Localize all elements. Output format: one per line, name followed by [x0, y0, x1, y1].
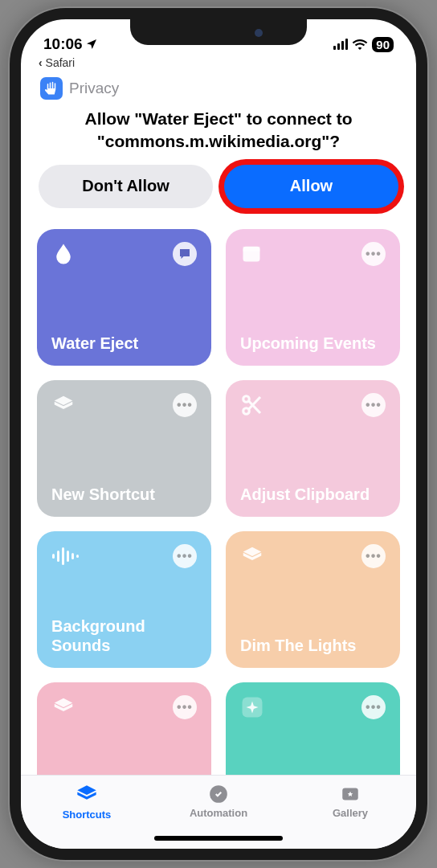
message-badge-icon[interactable] — [173, 242, 197, 266]
more-icon[interactable]: ••• — [361, 544, 386, 568]
tab-shortcuts[interactable]: Shortcuts — [21, 784, 153, 849]
svg-rect-1 — [243, 247, 260, 252]
more-icon[interactable]: ••• — [173, 695, 197, 719]
svg-rect-8 — [71, 553, 74, 559]
shortcut-tile-label: New Shortcut — [51, 485, 197, 504]
shortcut-tile-label: Dim The Lights — [240, 636, 386, 655]
shortcut-tile[interactable]: •••Background Sounds — [37, 531, 211, 668]
privacy-label: Privacy — [69, 80, 119, 97]
clock-check-icon — [208, 784, 229, 805]
calendar-icon — [240, 242, 263, 264]
shortcut-tile[interactable]: Water Eject — [37, 229, 211, 366]
shortcut-tile[interactable]: •••Dim The Lights — [226, 531, 400, 668]
more-icon[interactable]: ••• — [173, 393, 197, 417]
shortcut-tile-label: Water Eject — [51, 334, 197, 353]
layers-icon — [76, 784, 98, 806]
wifi-icon — [352, 39, 368, 50]
back-to-app[interactable]: Safari — [21, 56, 416, 69]
more-icon[interactable]: ••• — [361, 393, 386, 417]
shortcut-tile[interactable]: •••Adjust Clipboard — [226, 380, 400, 517]
shortcut-tile-label: Background Sounds — [51, 616, 197, 655]
cellular-signal-icon — [333, 39, 348, 50]
phone-frame: 10:06 90 Safari Privacy Allow "Water Eje… — [10, 8, 427, 860]
dont-allow-button[interactable]: Don't Allow — [39, 165, 213, 208]
tab-gallery[interactable]: Gallery — [284, 784, 416, 849]
shortcut-tile[interactable]: •••New Shortcut — [37, 380, 211, 517]
water-drop-icon — [51, 242, 76, 266]
home-indicator[interactable] — [154, 836, 283, 841]
audio-wave-icon — [51, 544, 79, 568]
svg-rect-7 — [67, 551, 69, 562]
scissors-icon — [240, 393, 264, 417]
battery-percent: 90 — [372, 37, 394, 52]
layers-icon — [240, 544, 264, 568]
permission-dialog-text: Allow "Water Eject" to connect to "commo… — [35, 106, 402, 165]
gallery-icon — [340, 784, 361, 805]
svg-rect-5 — [57, 551, 59, 562]
svg-point-3 — [243, 407, 250, 414]
shortcut-tile-label: Upcoming Events — [240, 334, 386, 353]
notch — [130, 19, 307, 45]
svg-rect-4 — [52, 554, 55, 559]
svg-rect-9 — [76, 555, 79, 558]
more-icon[interactable]: ••• — [361, 695, 386, 719]
more-icon[interactable]: ••• — [361, 242, 386, 266]
sparkle-icon — [240, 695, 264, 719]
layers-icon — [51, 695, 76, 719]
allow-button[interactable]: Allow — [224, 165, 398, 208]
hand-privacy-icon — [40, 77, 63, 100]
layers-icon — [51, 393, 76, 417]
status-time: 10:06 — [43, 35, 83, 53]
privacy-header: Privacy — [35, 74, 402, 106]
shortcut-tile[interactable]: •••Upcoming Events — [226, 229, 400, 366]
more-icon[interactable]: ••• — [173, 544, 197, 568]
svg-point-2 — [243, 395, 250, 402]
shortcut-tile-label: Adjust Clipboard — [240, 485, 386, 504]
svg-rect-6 — [62, 547, 64, 565]
location-arrow-icon — [85, 38, 98, 51]
shortcuts-grid: Water Eject•••Upcoming Events•••New Shor… — [35, 221, 402, 827]
